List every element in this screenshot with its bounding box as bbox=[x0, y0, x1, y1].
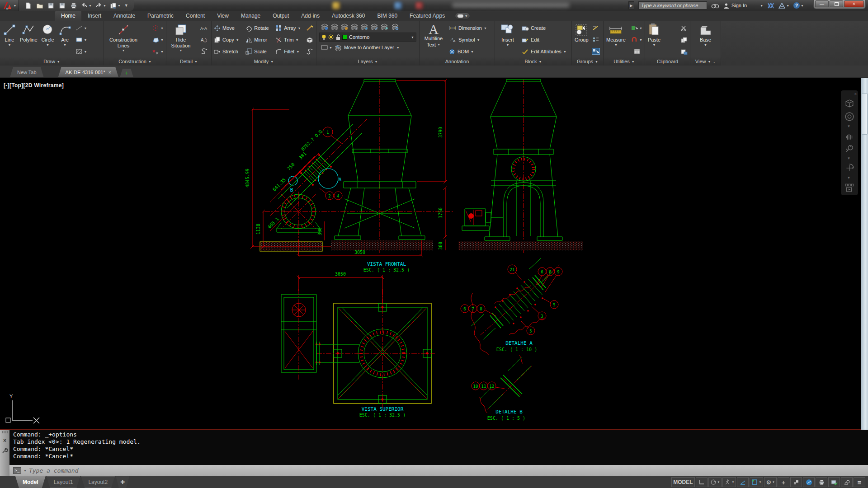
construction-polygon-button[interactable]: ▼ bbox=[151, 37, 164, 43]
modify-panel-label[interactable]: Modify▼ bbox=[212, 57, 316, 66]
tab-manage[interactable]: Manage bbox=[235, 11, 266, 21]
orbit-icon[interactable] bbox=[844, 163, 854, 173]
plot-button[interactable] bbox=[70, 2, 77, 9]
layer-isolate-button[interactable] bbox=[341, 23, 348, 30]
model-space-canvas[interactable]: [-][Top][2D Wireframe] bbox=[0, 78, 868, 430]
crosshair-button[interactable]: + bbox=[778, 477, 789, 487]
join-button[interactable] bbox=[306, 48, 314, 55]
viewcube-icon[interactable] bbox=[844, 99, 854, 109]
tab-home[interactable]: Home bbox=[55, 11, 81, 21]
paste-button[interactable]: Paste▼ bbox=[646, 22, 662, 57]
tab-output[interactable]: Output bbox=[267, 11, 295, 21]
layer-off-button[interactable] bbox=[331, 23, 338, 30]
arc-button[interactable]: Arc▼ bbox=[57, 22, 73, 57]
autodesk360-icon[interactable]: ▼ bbox=[778, 3, 789, 9]
search-input[interactable] bbox=[638, 1, 707, 9]
point-style-button[interactable]: ▼ bbox=[631, 37, 642, 42]
sign-in-button[interactable]: Sign In ▼ bbox=[723, 3, 763, 9]
ungroup-button[interactable] bbox=[592, 25, 599, 31]
detail-panel-label[interactable]: Detail▼ bbox=[166, 57, 211, 66]
object-snap-button[interactable]: ▼ bbox=[750, 477, 763, 487]
layer-select-combo[interactable]: Contorno ▼ bbox=[319, 33, 416, 42]
steering-wheel-icon[interactable] bbox=[844, 112, 854, 122]
qat-customize-caret-icon[interactable]: ▼ bbox=[124, 4, 128, 8]
measure-button[interactable]: Measure▼ bbox=[605, 22, 627, 57]
blocks-button[interactable] bbox=[790, 477, 802, 487]
wrench-icon[interactable] bbox=[2, 448, 8, 454]
construction-panel-label[interactable]: Construction▼ bbox=[104, 57, 166, 66]
tab-close-icon[interactable]: × bbox=[108, 70, 111, 75]
new-tab[interactable]: New Tab bbox=[10, 67, 44, 77]
layer-freeze-button[interactable] bbox=[361, 23, 368, 30]
layer-state-button[interactable]: ▼ bbox=[321, 45, 332, 50]
group-button[interactable]: Group bbox=[573, 22, 590, 57]
search-history-arrow[interactable]: ▶ bbox=[628, 1, 634, 9]
paste-special-button[interactable] bbox=[680, 49, 688, 55]
polyline-button[interactable]: Polyline bbox=[19, 22, 39, 57]
move-to-layer-label[interactable]: Move to Another Layer bbox=[344, 45, 394, 50]
clipboard-panel-label[interactable]: Clipboard bbox=[645, 57, 690, 66]
showmotion-icon[interactable] bbox=[844, 183, 854, 192]
construction-erase-button[interactable]: ▼ bbox=[151, 48, 164, 55]
dimension-button[interactable]: Dimension▼ bbox=[448, 24, 488, 33]
navbar-close-icon[interactable]: × bbox=[854, 92, 857, 96]
hatch-button[interactable]: ▼ bbox=[75, 48, 87, 55]
copy-clip-button[interactable] bbox=[680, 37, 688, 43]
recent-commands-caret-icon[interactable]: ▼ bbox=[24, 469, 27, 472]
save-button[interactable] bbox=[47, 2, 55, 9]
isometric-drafting-button[interactable]: ▼ bbox=[722, 477, 736, 487]
layout1-tab[interactable]: Layout1 bbox=[47, 476, 80, 488]
layer-unisolate-button[interactable] bbox=[351, 23, 358, 30]
object-snap-tracking-button[interactable] bbox=[737, 477, 749, 487]
quick-calc-button[interactable] bbox=[634, 49, 640, 54]
command-prompt-icon[interactable]: >_ bbox=[13, 467, 21, 474]
layers-panel-label[interactable]: Layers▼ bbox=[316, 57, 419, 66]
tab-annotate[interactable]: Annotate bbox=[108, 11, 141, 21]
edit-block-button[interactable]: Edit bbox=[521, 36, 540, 44]
minimize-button[interactable]: — bbox=[815, 0, 829, 7]
insert-block-button[interactable]: Insert▼ bbox=[496, 22, 519, 57]
move-to-layer-button[interactable] bbox=[335, 45, 342, 51]
drawing-tab-active[interactable]: AK-DE-4316-001*× bbox=[58, 67, 119, 77]
stretch-button[interactable]: Stretch bbox=[213, 47, 242, 56]
save-as-button[interactable] bbox=[58, 2, 66, 9]
new-layout-button[interactable]: ✚ bbox=[116, 476, 129, 488]
model-space-button[interactable]: MODEL bbox=[671, 477, 694, 487]
command-input[interactable] bbox=[29, 467, 868, 474]
match-properties-button[interactable] bbox=[306, 25, 314, 32]
close-button[interactable]: × bbox=[844, 0, 864, 7]
layer-thaw-button[interactable] bbox=[381, 23, 388, 30]
open-file-button[interactable] bbox=[36, 2, 43, 9]
snap-mode-button[interactable]: ▼ bbox=[708, 477, 722, 487]
explode-box-button[interactable] bbox=[306, 37, 314, 43]
isolate-objects-button[interactable] bbox=[841, 477, 853, 487]
edit-attributes-button[interactable]: Edit Attributes▼ bbox=[521, 47, 567, 56]
base-button[interactable]: Base▼ bbox=[698, 22, 714, 57]
construction-circle-button[interactable]: ▼ bbox=[151, 25, 164, 32]
binoculars-search-icon[interactable] bbox=[711, 2, 719, 9]
annotation-monitor-button[interactable] bbox=[828, 477, 840, 487]
group-selection-toggle[interactable] bbox=[592, 48, 600, 55]
annotation-panel-label[interactable]: Annotation bbox=[420, 57, 495, 66]
layer-pin-button[interactable] bbox=[391, 23, 399, 30]
construction-line-button[interactable]: ▼ bbox=[75, 25, 87, 31]
construction-lines-button[interactable]: Construction Lines▼ bbox=[105, 22, 142, 57]
view-panel-label[interactable]: View▼⌄ bbox=[690, 57, 721, 66]
tab-addins[interactable]: Add-ins bbox=[295, 11, 326, 21]
viewport-controls[interactable]: [-][Top][2D Wireframe] bbox=[4, 82, 64, 89]
scrollbar-thumb[interactable] bbox=[862, 93, 868, 135]
fillet-button[interactable]: Fillet▼ bbox=[274, 47, 304, 56]
line-button[interactable]: Line▼ bbox=[1, 22, 18, 57]
tab-bim360[interactable]: BIM 360 bbox=[371, 11, 403, 21]
new-file-button[interactable] bbox=[24, 2, 32, 9]
plot-status-button[interactable] bbox=[816, 477, 827, 487]
vertical-scrollbar[interactable] bbox=[861, 78, 868, 430]
draw-panel-label[interactable]: Draw▼ bbox=[0, 57, 104, 66]
pan-hand-icon[interactable] bbox=[844, 131, 854, 141]
section-line-button[interactable] bbox=[200, 48, 209, 55]
utilities-panel-label[interactable]: Utilities▼ bbox=[604, 57, 645, 66]
mirror-button[interactable]: Mirror bbox=[245, 36, 272, 44]
groups-panel-label[interactable]: Groups▼ bbox=[572, 57, 603, 66]
tab-content[interactable]: Content bbox=[180, 11, 211, 21]
create-block-button[interactable]: Create bbox=[521, 24, 547, 33]
